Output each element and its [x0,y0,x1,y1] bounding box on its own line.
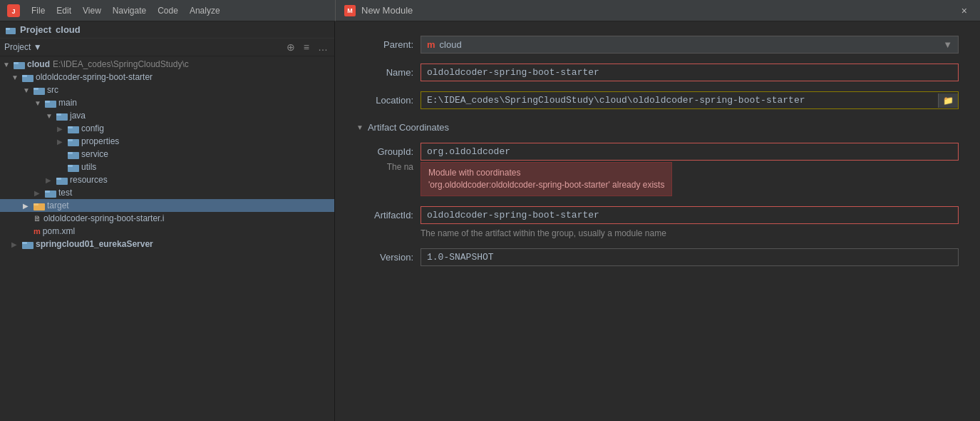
tree-item-properties[interactable]: ▶ properties [0,135,334,148]
cloud-root-label: cloud [56,24,81,35]
tree-item-service[interactable]: service [0,148,334,161]
svg-rect-15 [68,126,73,128]
tree-item-eureka[interactable]: ▶ springcloud01_eurekaServer [0,238,334,250]
name-input[interactable] [421,64,959,81]
close-button[interactable]: × [957,4,971,18]
artifactid-input[interactable] [421,206,959,224]
parent-row: Parent: m cloud ▼ [356,36,959,54]
svg-rect-9 [33,88,38,90]
svg-rect-27 [33,203,38,206]
toolbar-sort-btn[interactable]: ≡ [301,41,311,54]
folder-icon [45,98,56,108]
svg-rect-5 [14,62,19,64]
folder-icon [68,124,79,133]
menu-view[interactable]: View [83,6,101,16]
browse-button[interactable]: 📁 [938,93,958,108]
cloud-label: Project [20,24,51,35]
tooltip-line2: 'org.oldoldcoder:oldoldcoder-spring-boot… [428,179,664,191]
folder-orange-icon [33,201,45,210]
artifactid-section: ArtifactId: The name of the artifact wit… [356,206,959,238]
tree-item-main[interactable]: ▼ main [0,96,334,109]
folder-icon [22,240,33,249]
tree-item-utils[interactable]: utils [0,161,334,173]
tree-item-target[interactable]: ▶ target [0,199,334,212]
version-input[interactable] [421,248,959,266]
version-label: Version: [356,252,413,263]
svg-rect-13 [56,113,61,116]
new-module-dialog: Parent: m cloud ▼ Name: Location: 📁 [335,21,980,421]
name-label: Name: [356,67,413,78]
file-icon: 🗎 [33,214,41,223]
parent-label: Parent: [356,39,413,50]
toolbar-more-btn[interactable]: … [316,41,330,54]
dropdown-arrow-icon: ▼ [943,39,952,50]
menu-edit[interactable]: Edit [56,6,71,16]
groupid-label: GroupId: [356,146,413,157]
app-icon: J [7,4,20,17]
location-label: Location: [356,95,413,106]
folder-icon [68,137,79,146]
tree-item-src[interactable]: ▼ src [0,83,334,96]
svg-rect-7 [22,75,27,77]
artifactid-row: ArtifactId: [356,206,959,224]
folder-icon [45,188,56,198]
parent-selector[interactable]: m cloud ▼ [421,36,959,54]
version-row: Version: [356,248,959,266]
menu-analyze[interactable]: Analyze [190,6,220,16]
svg-rect-19 [68,152,73,154]
tooltip-line1: Module with coordinates [428,167,664,179]
folder-icon [33,86,45,95]
svg-rect-21 [68,165,73,167]
parent-module-icon: m [427,39,435,50]
artifactid-label: ArtifactId: [356,210,413,220]
folder-icon [68,150,79,159]
folder-icon-cloud [6,26,16,34]
location-input[interactable] [421,92,938,108]
menu-navigate[interactable]: Navigate [113,6,146,16]
the-na-prefix: The na [356,162,421,172]
tree-item-java[interactable]: ▼ java [0,109,334,122]
location-row: Location: 📁 [356,91,959,109]
svg-rect-11 [45,101,50,103]
location-input-wrapper: 📁 [421,91,959,109]
groupid-row: GroupId: [356,143,959,161]
menu-file[interactable]: File [31,6,45,16]
folder-icon [22,73,33,82]
groupid-input[interactable] [421,143,959,161]
artifact-section-title: Artifact Coordinates [368,122,449,133]
svg-rect-3 [6,28,10,30]
svg-rect-29 [22,242,27,244]
error-tooltip: Module with coordinates 'org.oldoldcoder… [421,162,672,196]
svg-rect-25 [45,191,50,193]
tree-item-resources[interactable]: ▶ resources [0,173,334,186]
svg-rect-23 [56,178,61,180]
artifact-section-header: ▼ Artifact Coordinates [356,122,959,133]
tree-item-starter-file[interactable]: 🗎 oldoldcoder-spring-boot-starter.i [0,212,334,225]
svg-rect-17 [68,139,73,141]
tree-item-config[interactable]: ▶ config [0,122,334,135]
folder-icon [68,163,79,172]
project-dropdown[interactable]: Project ▼ [4,42,42,52]
parent-value: cloud [440,39,462,50]
pom-icon: m [33,227,41,235]
groupid-section: GroupId: The na Module with coordinates … [356,143,959,196]
folder-icon [56,111,68,121]
toolbar-add-btn[interactable]: ⊕ [284,41,297,54]
folder-icon [56,176,68,185]
menu-code[interactable]: Code [158,6,178,16]
artifactid-help: The name of the artifact within the grou… [421,228,959,238]
tree-item-test[interactable]: ▶ test [0,186,334,199]
svg-text:J: J [11,8,15,15]
folder-icon [14,60,25,69]
tree-item-cloud[interactable]: ▼ cloud E:\IDEA_codes\SpringCloudStudy\c [0,58,334,71]
tree-item-pom[interactable]: m pom.xml [0,225,334,238]
dialog-title: New Module [361,5,413,16]
name-row: Name: [356,64,959,81]
collapse-arrow-icon[interactable]: ▼ [356,123,363,131]
project-tree: ▼ cloud E:\IDEA_codes\SpringCloudStudy\c… [0,56,334,421]
tree-item-starter[interactable]: ▼ oldoldcoder-spring-boot-starter [0,71,334,83]
